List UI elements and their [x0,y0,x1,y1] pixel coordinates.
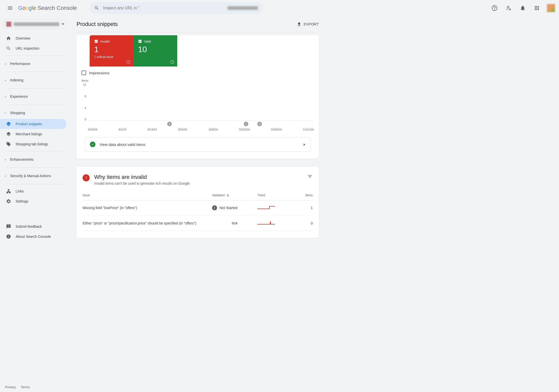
nav-about[interactable]: About Search Console [0,232,66,242]
filter-icon [307,174,313,179]
checkbox-unchecked-icon[interactable] [82,71,86,75]
error-icon: ! [83,174,90,181]
page-title: Product snippets [77,21,118,27]
export-button[interactable]: EXPORT [297,22,319,27]
view-valid-items-link[interactable]: View data about valid items [85,137,311,152]
table-row[interactable]: Either "price" or "priceSpecification.pr… [83,216,313,231]
property-name-redacted [14,22,59,26]
help-icon[interactable]: ? [170,60,174,64]
valid-count: 10 [138,45,173,54]
feedback-icon [6,224,11,229]
chevron-right-icon: › [3,157,8,161]
chart-annotation[interactable]: 1 [244,122,248,126]
invalid-subtitle: 1 critical issue [94,55,129,59]
nav-shopping-tab[interactable]: Shopping tab listings [0,139,66,149]
url-search-input[interactable] [103,6,224,10]
nav-security[interactable]: ›Security & Manual Actions [0,170,71,182]
menu-button[interactable] [4,2,16,14]
account-avatar[interactable] [547,4,555,12]
nav-indexing[interactable]: ›Indexing [0,74,71,86]
nav-settings[interactable]: Settings [0,196,66,206]
nav-overview[interactable]: Overview [0,33,66,43]
status-summary: Invalid 1 1 critical issue ? Valid 10 ? [90,35,177,67]
table-header: Issue Validation Trend Items [83,193,313,200]
invalid-items-card: ! Why items are invalid Invalid items ca… [77,167,319,238]
valid-status-card[interactable]: Valid 10 ? [133,35,177,67]
gear-icon [6,199,11,204]
apps-grid-icon [534,5,540,11]
nav-enhancements[interactable]: ›Enhancements [0,153,71,166]
chevron-right-icon: › [3,78,8,82]
app-header: Google Search Console [0,0,559,16]
nav-links[interactable]: Links [0,186,66,196]
home-icon [6,36,11,41]
nav-merchant-listings[interactable]: Merchant listings [0,129,66,139]
help-icon [492,5,498,11]
invalid-status-card[interactable]: Invalid 1 1 critical issue ? [90,35,133,67]
issues-table: Issue Validation Trend Items Missing fie… [83,193,313,231]
url-search-bar[interactable] [89,2,263,14]
invalid-count: 1 [94,45,129,54]
help-icon[interactable]: ? [126,60,130,64]
sort-down-icon [226,193,230,197]
check-circle-icon [90,142,95,147]
manage-users-button[interactable] [503,2,515,14]
nav-performance[interactable]: ›Performance [0,58,71,70]
chevron-right-icon: › [3,94,8,99]
search-icon [94,6,99,11]
property-selector[interactable] [3,19,67,29]
nav-product-snippets[interactable]: Product snippets [0,119,66,129]
svg-text:?: ? [128,61,129,63]
checkbox-checked-icon [138,39,142,43]
chevron-right-icon: › [3,62,8,66]
nav-shopping[interactable]: ›Shopping [0,107,71,119]
header-actions [488,2,555,14]
download-icon [297,22,302,27]
chart-x-axis: 8/20/249/1/249/13/249/25/2410/6/2410/18/… [82,128,314,131]
layers-icon [6,132,11,137]
hamburger-icon [7,5,13,11]
checkbox-checked-icon [94,39,98,43]
sidebar: Overview URL inspection ›Performance ›In… [0,16,71,248]
product-logo[interactable]: Google Search Console [18,5,77,11]
sitemap-icon [6,189,11,194]
impressions-toggle[interactable]: Impressions [77,67,319,77]
apps-button[interactable] [531,2,543,14]
tag-icon [6,142,11,147]
status-chart-card: Invalid 1 1 critical issue ? Valid 10 ? … [77,35,319,159]
chart-markers: 1 1 2 [88,122,314,127]
filter-button[interactable] [307,174,313,179]
chevron-right-icon: › [3,174,8,178]
property-favicon [6,22,11,27]
svg-text:?: ? [171,61,173,63]
nav-experience[interactable]: ›Experience [0,90,71,103]
nav-feedback[interactable]: Submit feedback [0,221,66,232]
google-logo: Google [18,5,36,11]
items-chart: Items 12840 1 1 2 [77,77,319,131]
main-content: Product snippets EXPORT Invalid 1 1 crit… [71,16,325,248]
invalid-title: Why items are invalid [94,174,190,180]
chevron-right-icon [303,143,305,146]
chevron-down-icon [62,23,64,25]
info-icon [6,234,11,239]
product-name: Search Console [38,5,77,11]
nav-url-inspection[interactable]: URL inspection [0,43,66,53]
chart-bars [88,83,314,121]
help-button[interactable] [488,2,501,14]
chart-y-axis: 12840 [82,83,86,121]
person-gear-icon [506,5,512,11]
chart-annotation[interactable]: 1 [167,122,172,126]
layers-icon [6,121,11,126]
chart-y-label: Items [82,79,314,82]
notifications-button[interactable] [517,2,529,14]
table-row[interactable]: Missing field "lowPrice" (in "offers")!N… [83,200,313,216]
chart-annotation[interactable]: 2 [257,122,262,126]
chevron-down-icon: › [4,110,8,115]
redacted-domain [228,6,258,10]
svg-point-0 [507,6,509,8]
invalid-subtitle: Invalid items can't be used to generate … [94,181,190,185]
search-icon [6,46,11,51]
page-header: Product snippets EXPORT [77,16,319,32]
bell-icon [520,5,526,11]
